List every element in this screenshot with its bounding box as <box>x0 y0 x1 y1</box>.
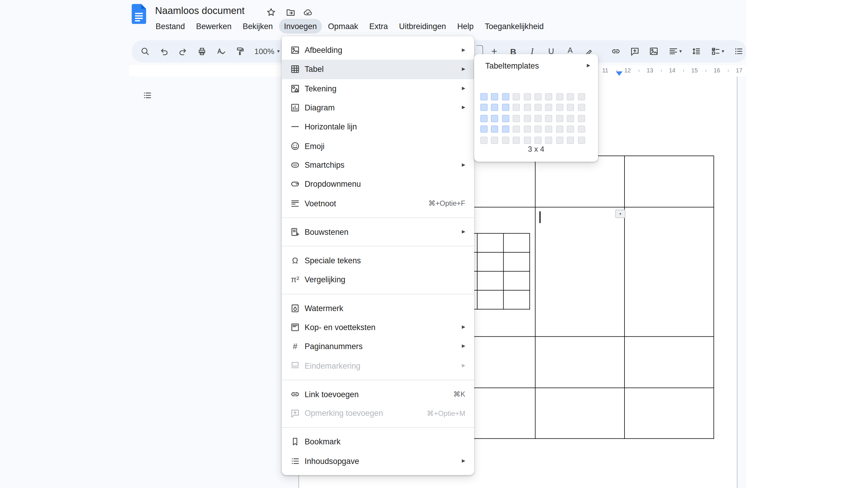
table-cell[interactable] <box>477 253 504 271</box>
table-size-cell[interactable] <box>534 136 541 143</box>
insert-link-button[interactable] <box>608 44 624 59</box>
table-size-cell[interactable] <box>578 93 585 100</box>
table-size-cell[interactable] <box>534 126 541 133</box>
menu-item-bookmark[interactable]: Bookmark <box>282 432 474 452</box>
table-size-cell[interactable] <box>480 136 487 143</box>
table-size-cell[interactable] <box>480 115 487 122</box>
table-cell-dropdown-handle[interactable]: ▾ <box>615 209 625 218</box>
table-size-cell[interactable] <box>545 126 552 133</box>
table-size-cell[interactable] <box>480 104 487 111</box>
menubar-item-help[interactable]: Help <box>452 19 479 34</box>
table-size-cell[interactable] <box>502 136 509 143</box>
table-size-cell[interactable] <box>513 115 520 122</box>
table-size-cell[interactable] <box>567 104 574 111</box>
zoom-control[interactable]: 100% ▾ <box>251 44 283 59</box>
menu-item-link-toevoegen[interactable]: Link toevoegen⌘K <box>282 385 474 404</box>
menubar-item-opmaak[interactable]: Opmaak <box>323 19 363 34</box>
table-size-cell[interactable] <box>502 126 509 133</box>
table-size-cell[interactable] <box>524 104 531 111</box>
table-cell[interactable] <box>477 234 504 253</box>
table-size-cell[interactable] <box>502 104 509 111</box>
menu-item-kop-en-voetteksten[interactable]: Kop- en voetteksten▶ <box>282 318 474 336</box>
table-size-cell[interactable] <box>491 93 498 100</box>
table-size-cell[interactable] <box>513 93 520 100</box>
align-button[interactable]: ▾ <box>665 44 685 59</box>
insert-image-button[interactable] <box>646 44 662 59</box>
star-button[interactable] <box>266 7 277 18</box>
table-cell[interactable] <box>477 271 504 291</box>
checklist-button[interactable]: ▾ <box>707 44 727 59</box>
document-title[interactable]: Naamloos document <box>155 5 245 17</box>
table-size-cell[interactable] <box>491 126 498 133</box>
table-size-cell[interactable] <box>534 93 541 100</box>
document-status-button[interactable] <box>302 7 314 18</box>
line-spacing-button[interactable] <box>688 44 704 59</box>
table-size-cell[interactable] <box>567 115 574 122</box>
menu-item-tabel[interactable]: Tabel▶ <box>282 60 474 79</box>
table-cell[interactable] <box>504 291 530 310</box>
menu-item-voetnoot[interactable]: Voetnoot⌘+Optie+F <box>282 194 474 213</box>
menubar-item-bestand[interactable]: Bestand <box>151 19 190 34</box>
docs-logo-icon[interactable] <box>131 4 146 24</box>
table-size-cell[interactable] <box>556 104 563 111</box>
menu-item-diagram[interactable]: Diagram▶ <box>282 98 474 117</box>
table-size-cell[interactable] <box>480 126 487 133</box>
redo-button[interactable] <box>175 44 191 59</box>
menu-item-inhoudsopgave[interactable]: Inhoudsopgave▶ <box>282 452 474 470</box>
table-templates-item[interactable]: Tabeltemplates ▶ <box>474 54 598 77</box>
table-size-cell[interactable] <box>545 104 552 111</box>
table-size-cell[interactable] <box>567 136 574 143</box>
table-size-cell[interactable] <box>502 93 509 100</box>
document-outline-button[interactable] <box>140 88 155 103</box>
table-cell[interactable] <box>535 207 625 337</box>
table-cell[interactable] <box>535 337 625 388</box>
menubar-item-invoegen[interactable]: Invoegen <box>279 19 321 34</box>
menubar-item-bekijken[interactable]: Bekijken <box>238 19 278 34</box>
table-size-cell[interactable] <box>556 126 563 133</box>
menu-item-emoji[interactable]: Emoji <box>282 136 474 155</box>
menu-item-paginanummers[interactable]: #Paginanummers▶ <box>282 337 474 356</box>
table-size-cell[interactable] <box>578 104 585 111</box>
table-size-cell[interactable] <box>534 104 541 111</box>
table-cell[interactable] <box>535 156 625 207</box>
table-size-cell[interactable] <box>480 93 487 100</box>
menu-item-vergelijking[interactable]: π²Vergelijking <box>282 270 474 289</box>
table-size-cell[interactable] <box>578 136 585 143</box>
add-comment-button[interactable] <box>627 44 643 59</box>
menu-item-smartchips[interactable]: Smartchips▶ <box>282 156 474 174</box>
table-size-cell[interactable] <box>491 136 498 143</box>
table-size-cell[interactable] <box>578 115 585 122</box>
table-size-cell[interactable] <box>556 115 563 122</box>
table-size-cell[interactable] <box>567 93 574 100</box>
table-size-cell[interactable] <box>513 104 520 111</box>
menu-item-afbeelding[interactable]: Afbeelding▶ <box>282 41 474 60</box>
table-cell[interactable] <box>504 234 530 253</box>
table-cell[interactable] <box>625 156 714 207</box>
menu-item-watermerk[interactable]: Watermerk <box>282 299 474 318</box>
undo-button[interactable] <box>156 44 172 59</box>
menu-item-tekening[interactable]: Tekening▶ <box>282 79 474 98</box>
table-cell[interactable] <box>504 271 530 291</box>
menubar-item-toegankelijkheid[interactable]: Toegankelijkheid <box>480 19 549 34</box>
indent-marker[interactable] <box>616 71 623 76</box>
table-size-cell[interactable] <box>491 104 498 111</box>
paint-format-button[interactable] <box>232 44 248 59</box>
table-size-cell[interactable] <box>545 93 552 100</box>
table-cell[interactable] <box>477 291 504 310</box>
table-size-cell[interactable] <box>513 136 520 143</box>
table-size-cell[interactable] <box>578 126 585 133</box>
menu-item-speciale-tekens[interactable]: ΩSpeciale tekens <box>282 251 474 270</box>
menubar-item-uitbreidingen[interactable]: Uitbreidingen <box>394 19 451 34</box>
table-size-cell[interactable] <box>556 136 563 143</box>
table-cell[interactable] <box>535 388 625 439</box>
menubar-item-bewerken[interactable]: Bewerken <box>191 19 237 34</box>
print-button[interactable] <box>194 44 210 59</box>
table-cell[interactable] <box>625 207 714 337</box>
table-size-cell[interactable] <box>513 126 520 133</box>
search-menus-button[interactable] <box>137 44 153 59</box>
table-size-cell[interactable] <box>524 115 531 122</box>
table-size-cell[interactable] <box>534 115 541 122</box>
table-size-cell[interactable] <box>502 115 509 122</box>
table-size-cell[interactable] <box>491 115 498 122</box>
table-size-cell[interactable] <box>567 126 574 133</box>
